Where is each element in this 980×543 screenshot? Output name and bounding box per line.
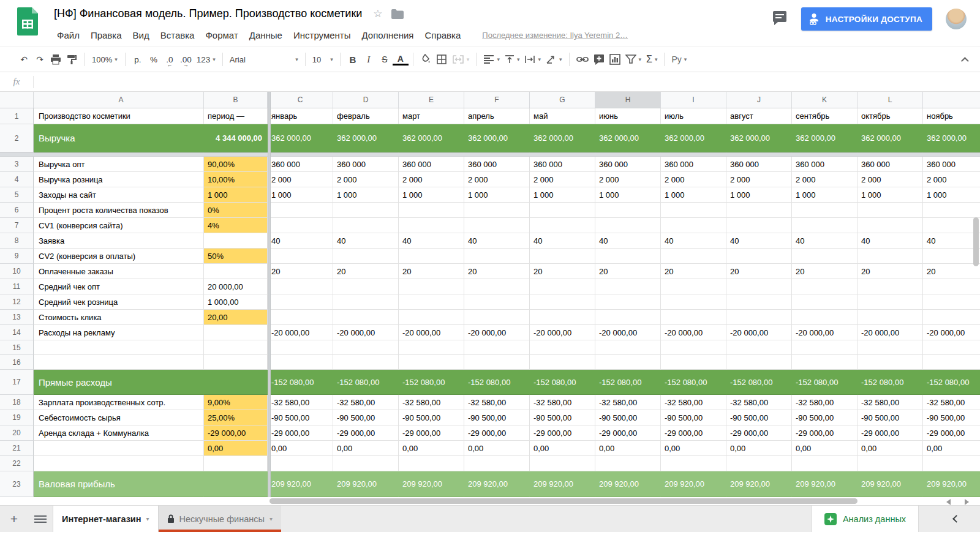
cell-b9[interactable]: 50% bbox=[204, 249, 268, 264]
cell-5[interactable]: 1 000 bbox=[923, 187, 980, 203]
cell-E17[interactable]: -152 080,00 bbox=[399, 370, 464, 395]
cell-J1[interactable]: август bbox=[726, 108, 792, 124]
cell-J10[interactable]: 20 bbox=[726, 264, 792, 279]
cell-J23[interactable]: 209 920,00 bbox=[726, 471, 792, 497]
cell-G17[interactable]: -152 080,00 bbox=[530, 370, 595, 395]
cell-H2[interactable]: 362 000,00 bbox=[595, 124, 661, 152]
cell-F6[interactable] bbox=[464, 203, 530, 218]
format-percent-button[interactable]: % bbox=[146, 51, 162, 68]
cell-20[interactable]: -29 000,00 bbox=[923, 425, 980, 441]
cell-C16[interactable] bbox=[268, 355, 333, 370]
cell-J18[interactable]: -32 580,00 bbox=[726, 395, 792, 410]
cell-D22[interactable] bbox=[333, 456, 399, 471]
cell-b16[interactable] bbox=[204, 355, 268, 370]
cell-F20[interactable]: -29 000,00 bbox=[464, 425, 530, 441]
row-header-8[interactable]: 8 bbox=[0, 233, 34, 249]
cell-b23[interactable] bbox=[204, 471, 268, 497]
cell-b4[interactable]: 10,00% bbox=[204, 172, 268, 187]
scroll-left-icon[interactable] bbox=[946, 499, 951, 505]
cell-C8[interactable]: 40 bbox=[268, 233, 333, 249]
cell-E15[interactable] bbox=[399, 340, 464, 355]
cell-b14[interactable] bbox=[204, 325, 268, 340]
cell-C10[interactable]: 20 bbox=[268, 264, 333, 279]
cell-C6[interactable] bbox=[268, 203, 333, 218]
row-header-16[interactable]: 16 bbox=[0, 355, 34, 370]
cell-L8[interactable]: 40 bbox=[858, 233, 923, 249]
cell-D1[interactable]: февраль bbox=[333, 108, 399, 124]
cell-D8[interactable]: 40 bbox=[333, 233, 399, 249]
cell-b22[interactable] bbox=[204, 456, 268, 471]
cell-H8[interactable]: 40 bbox=[595, 233, 661, 249]
undo-button[interactable]: ↶ bbox=[16, 51, 32, 68]
cell-L16[interactable] bbox=[858, 355, 923, 370]
cell-a19[interactable]: Себестоимость сырья bbox=[34, 410, 204, 425]
row-header-14[interactable]: 14 bbox=[0, 325, 34, 340]
cell-C1[interactable]: январь bbox=[268, 108, 333, 124]
cell-K21[interactable]: 0,00 bbox=[792, 441, 858, 456]
cell-J17[interactable]: -152 080,00 bbox=[726, 370, 792, 395]
text-rotation-button[interactable]: ▾ bbox=[543, 51, 565, 68]
cell-L5[interactable]: 1 000 bbox=[858, 187, 923, 203]
row-header-17[interactable]: 17 bbox=[0, 370, 34, 395]
cell-D6[interactable] bbox=[333, 203, 399, 218]
decrease-decimals-button[interactable]: .0← bbox=[162, 51, 178, 68]
cell-L6[interactable] bbox=[858, 203, 923, 218]
menu-правка[interactable]: Правка bbox=[85, 28, 127, 42]
cell-F13[interactable] bbox=[464, 310, 530, 325]
cell-G8[interactable]: 40 bbox=[530, 233, 595, 249]
cell-E3[interactable]: 360 000 bbox=[399, 157, 464, 172]
cell-I15[interactable] bbox=[661, 340, 726, 355]
menu-справка[interactable]: Справка bbox=[419, 28, 466, 42]
document-title[interactable]: [НФ] Финансовая модель. Пример. Производ… bbox=[54, 7, 362, 20]
cell-D4[interactable]: 2 000 bbox=[333, 172, 399, 187]
cell-23[interactable]: 209 920,00 bbox=[923, 471, 980, 497]
cell-19[interactable]: -90 500,00 bbox=[923, 410, 980, 425]
cell-I9[interactable] bbox=[661, 249, 726, 264]
cell-E6[interactable] bbox=[399, 203, 464, 218]
cell-C5[interactable]: 1 000 bbox=[268, 187, 333, 203]
cell-G15[interactable] bbox=[530, 340, 595, 355]
cell-H19[interactable]: -90 500,00 bbox=[595, 410, 661, 425]
cell-F23[interactable]: 209 920,00 bbox=[464, 471, 530, 497]
row-header-20[interactable]: 20 bbox=[0, 425, 34, 441]
functions-button[interactable]: Σ▾ bbox=[644, 51, 660, 68]
cell-C22[interactable] bbox=[268, 456, 333, 471]
cell-L18[interactable]: -32 580,00 bbox=[858, 395, 923, 410]
cell-J7[interactable] bbox=[726, 218, 792, 233]
cell-K19[interactable]: -90 500,00 bbox=[792, 410, 858, 425]
cell-I11[interactable] bbox=[661, 279, 726, 294]
zoom-select[interactable]: 100%▾ bbox=[89, 51, 121, 68]
horizontal-align-button[interactable]: ▾ bbox=[481, 51, 502, 68]
cell-a7[interactable]: CV1 (конверсия сайта) bbox=[34, 218, 204, 233]
format-currency-button[interactable]: р. bbox=[130, 51, 146, 68]
insert-link-button[interactable] bbox=[574, 51, 591, 68]
cell-a18[interactable]: Зарплата производственных сотр. bbox=[34, 395, 204, 410]
cell-J12[interactable] bbox=[726, 294, 792, 310]
cell-F16[interactable] bbox=[464, 355, 530, 370]
cell-J15[interactable] bbox=[726, 340, 792, 355]
cell-E1[interactable]: март bbox=[399, 108, 464, 124]
cell-D23[interactable]: 209 920,00 bbox=[333, 471, 399, 497]
cell-I4[interactable]: 2 000 bbox=[661, 172, 726, 187]
cell-J19[interactable]: -90 500,00 bbox=[726, 410, 792, 425]
column-header-a[interactable]: A bbox=[34, 92, 204, 108]
cell-I19[interactable]: -90 500,00 bbox=[661, 410, 726, 425]
cell-J4[interactable]: 2 000 bbox=[726, 172, 792, 187]
cell-a23[interactable]: Валовая прибыль bbox=[34, 471, 204, 497]
cell-E20[interactable]: -29 000,00 bbox=[399, 425, 464, 441]
cell-L3[interactable]: 360 000 bbox=[858, 157, 923, 172]
cell-a21[interactable] bbox=[34, 441, 204, 456]
cell-L12[interactable] bbox=[858, 294, 923, 310]
cell-F1[interactable]: апрель bbox=[464, 108, 530, 124]
cell-C7[interactable] bbox=[268, 218, 333, 233]
cell-1[interactable]: ноябрь bbox=[923, 108, 980, 124]
cell-11[interactable] bbox=[923, 279, 980, 294]
cell-L11[interactable] bbox=[858, 279, 923, 294]
cell-D15[interactable] bbox=[333, 340, 399, 355]
cell-K4[interactable]: 2 000 bbox=[792, 172, 858, 187]
cell-H15[interactable] bbox=[595, 340, 661, 355]
cell-E8[interactable]: 40 bbox=[399, 233, 464, 249]
cell-C23[interactable]: 209 920,00 bbox=[268, 471, 333, 497]
star-icon[interactable]: ☆ bbox=[373, 7, 382, 20]
cell-b10[interactable] bbox=[204, 264, 268, 279]
